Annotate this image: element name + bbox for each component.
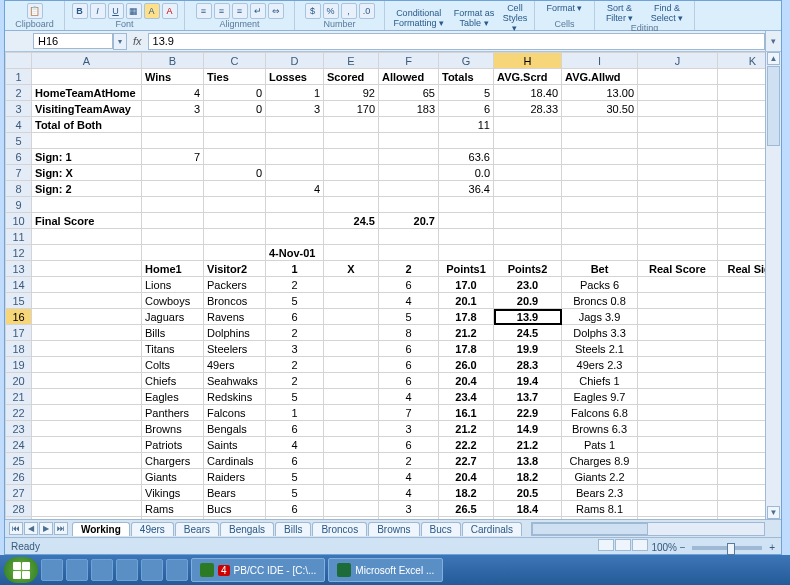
cell-J7[interactable] bbox=[638, 165, 718, 181]
cell-E8[interactable] bbox=[324, 181, 379, 197]
cell-F3[interactable]: 183 bbox=[379, 101, 439, 117]
paste-icon[interactable]: 📋 bbox=[27, 3, 43, 19]
cell-F4[interactable] bbox=[379, 117, 439, 133]
align-right-icon[interactable]: ≡ bbox=[232, 3, 248, 19]
cell-E14[interactable] bbox=[324, 277, 379, 293]
cell-C26[interactable]: Raiders bbox=[204, 469, 266, 485]
comma-icon[interactable]: , bbox=[341, 3, 357, 19]
cell-J25[interactable] bbox=[638, 453, 718, 469]
cell-G23[interactable]: 21.2 bbox=[439, 421, 494, 437]
sheet-tab-bears[interactable]: Bears bbox=[175, 522, 219, 536]
cell-styles-button[interactable]: Cell Styles ▾ bbox=[500, 3, 530, 33]
cell-C8[interactable] bbox=[204, 181, 266, 197]
cell-F7[interactable] bbox=[379, 165, 439, 181]
cell-E25[interactable] bbox=[324, 453, 379, 469]
cell-H12[interactable] bbox=[494, 245, 562, 261]
cell-I19[interactable]: 49ers 2.3 bbox=[562, 357, 638, 373]
cell-C18[interactable]: Steelers bbox=[204, 341, 266, 357]
cell-H15[interactable]: 20.9 bbox=[494, 293, 562, 309]
row-header-14[interactable]: 14 bbox=[6, 277, 32, 293]
cell-H17[interactable]: 24.5 bbox=[494, 325, 562, 341]
cell-F14[interactable]: 6 bbox=[379, 277, 439, 293]
cell-G10[interactable] bbox=[439, 213, 494, 229]
tab-nav-next-icon[interactable]: ▶ bbox=[39, 522, 53, 535]
cell-H16[interactable]: 13.9 bbox=[494, 309, 562, 325]
column-header-C[interactable]: C bbox=[204, 53, 266, 69]
row-header-18[interactable]: 18 bbox=[6, 341, 32, 357]
cell-C14[interactable]: Packers bbox=[204, 277, 266, 293]
find-select-button[interactable]: Find & Select ▾ bbox=[644, 3, 690, 23]
cell-J11[interactable] bbox=[638, 229, 718, 245]
cell-I14[interactable]: Packs 6 bbox=[562, 277, 638, 293]
cell-I18[interactable]: Steels 2.1 bbox=[562, 341, 638, 357]
cell-H14[interactable]: 23.0 bbox=[494, 277, 562, 293]
cell-E28[interactable] bbox=[324, 501, 379, 517]
cell-D21[interactable]: 5 bbox=[266, 389, 324, 405]
hscroll-thumb[interactable] bbox=[532, 523, 648, 535]
vertical-scrollbar[interactable]: ▲ ▼ bbox=[765, 52, 781, 519]
cell-A12[interactable] bbox=[32, 245, 142, 261]
cell-H10[interactable] bbox=[494, 213, 562, 229]
cell-H9[interactable] bbox=[494, 197, 562, 213]
cell-I9[interactable] bbox=[562, 197, 638, 213]
cell-F15[interactable]: 4 bbox=[379, 293, 439, 309]
bold-button[interactable]: B bbox=[72, 3, 88, 19]
cell-A6[interactable]: Sign: 1 bbox=[32, 149, 142, 165]
cell-H23[interactable]: 14.9 bbox=[494, 421, 562, 437]
cell-B7[interactable] bbox=[142, 165, 204, 181]
cell-H11[interactable] bbox=[494, 229, 562, 245]
start-button[interactable] bbox=[4, 557, 38, 583]
zoom-level[interactable]: 100% bbox=[651, 542, 677, 553]
cell-B2[interactable]: 4 bbox=[142, 85, 204, 101]
sheet-tab-broncos[interactable]: Broncos bbox=[312, 522, 367, 536]
cell-D10[interactable] bbox=[266, 213, 324, 229]
sheet-tab-working[interactable]: Working bbox=[72, 522, 130, 536]
cell-B14[interactable]: Lions bbox=[142, 277, 204, 293]
cell-C12[interactable] bbox=[204, 245, 266, 261]
page-break-view-icon[interactable] bbox=[632, 539, 648, 551]
cell-C13[interactable]: Visitor2 bbox=[204, 261, 266, 277]
cell-C2[interactable]: 0 bbox=[204, 85, 266, 101]
sheet-tab-browns[interactable]: Browns bbox=[368, 522, 419, 536]
cell-J21[interactable] bbox=[638, 389, 718, 405]
cell-I1[interactable]: AVG.Allwd bbox=[562, 69, 638, 85]
cell-A20[interactable] bbox=[32, 373, 142, 389]
cell-E17[interactable] bbox=[324, 325, 379, 341]
cell-B16[interactable]: Jaguars bbox=[142, 309, 204, 325]
border-icon[interactable]: ▦ bbox=[126, 3, 142, 19]
row-header-6[interactable]: 6 bbox=[6, 149, 32, 165]
cell-F8[interactable] bbox=[379, 181, 439, 197]
cell-I3[interactable]: 30.50 bbox=[562, 101, 638, 117]
cell-G13[interactable]: Points1 bbox=[439, 261, 494, 277]
worksheet-grid[interactable]: ABCDEFGHIJKL 1WinsTiesLossesScoredAllowe… bbox=[5, 52, 781, 530]
cell-A19[interactable] bbox=[32, 357, 142, 373]
cell-B11[interactable] bbox=[142, 229, 204, 245]
cell-C1[interactable]: Ties bbox=[204, 69, 266, 85]
cell-J19[interactable] bbox=[638, 357, 718, 373]
row-header-21[interactable]: 21 bbox=[6, 389, 32, 405]
cell-E5[interactable] bbox=[324, 133, 379, 149]
cell-C24[interactable]: Saints bbox=[204, 437, 266, 453]
cell-B20[interactable]: Chiefs bbox=[142, 373, 204, 389]
cell-B18[interactable]: Titans bbox=[142, 341, 204, 357]
cell-G26[interactable]: 20.4 bbox=[439, 469, 494, 485]
cell-F24[interactable]: 6 bbox=[379, 437, 439, 453]
cell-C6[interactable] bbox=[204, 149, 266, 165]
cell-G24[interactable]: 22.2 bbox=[439, 437, 494, 453]
tab-nav-prev-icon[interactable]: ◀ bbox=[24, 522, 38, 535]
cell-F5[interactable] bbox=[379, 133, 439, 149]
cell-J12[interactable] bbox=[638, 245, 718, 261]
italic-button[interactable]: I bbox=[90, 3, 106, 19]
row-header-24[interactable]: 24 bbox=[6, 437, 32, 453]
cell-A24[interactable] bbox=[32, 437, 142, 453]
cell-H28[interactable]: 18.4 bbox=[494, 501, 562, 517]
cell-B19[interactable]: Colts bbox=[142, 357, 204, 373]
scroll-thumb[interactable] bbox=[767, 66, 780, 146]
cell-C27[interactable]: Bears bbox=[204, 485, 266, 501]
cell-G14[interactable]: 17.0 bbox=[439, 277, 494, 293]
cell-E6[interactable] bbox=[324, 149, 379, 165]
quicklaunch-icon[interactable] bbox=[91, 559, 113, 581]
row-header-19[interactable]: 19 bbox=[6, 357, 32, 373]
row-header-8[interactable]: 8 bbox=[6, 181, 32, 197]
row-header-2[interactable]: 2 bbox=[6, 85, 32, 101]
